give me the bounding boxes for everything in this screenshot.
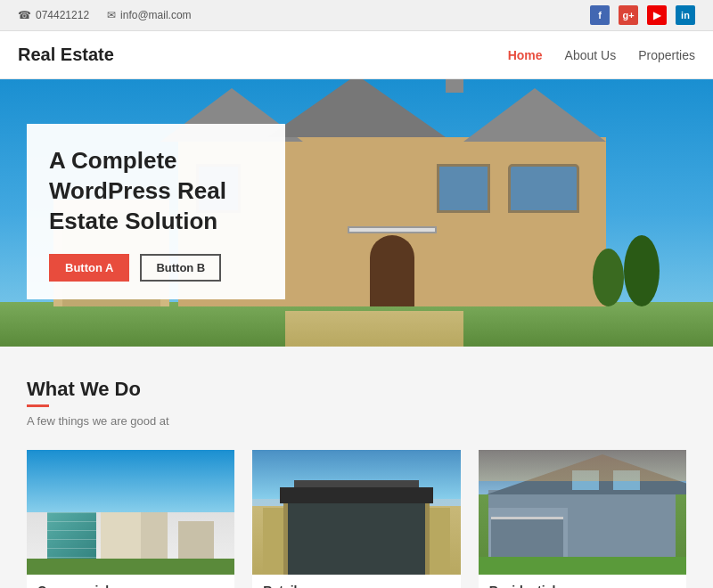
hero-driveway xyxy=(285,311,463,347)
house-window-2 xyxy=(508,164,579,213)
commercial-label: Commercial xyxy=(27,575,234,588)
nav-about[interactable]: About Us xyxy=(565,48,617,62)
house-roof-right xyxy=(463,88,606,142)
email-icon: ✉ xyxy=(107,9,116,21)
property-cards: Commercial Retail xyxy=(27,450,686,588)
phone-number: 074421212 xyxy=(36,9,89,21)
house-chimney xyxy=(446,79,463,93)
retail-image xyxy=(252,450,460,575)
tree-right-1 xyxy=(624,235,660,306)
what-we-do-section: What We Do A few things we are good at C… xyxy=(0,347,713,588)
hero-section: A Complete WordPress Real Estate Solutio… xyxy=(0,79,713,347)
retail-card: Retail xyxy=(252,450,460,588)
email-item: ✉ info@mail.com xyxy=(107,9,192,21)
phone-item: ☎ 074421212 xyxy=(18,9,89,21)
house-door xyxy=(370,235,414,306)
house-window-3 xyxy=(437,164,490,213)
phone-icon: ☎ xyxy=(18,9,31,21)
top-bar: ☎ 074421212 ✉ info@mail.com f g+ ▶ in xyxy=(0,0,713,31)
hero-button-b[interactable]: Button B xyxy=(140,254,221,282)
section-underline xyxy=(27,404,49,407)
tree-right-2 xyxy=(593,249,624,306)
hero-overlay: A Complete WordPress Real Estate Solutio… xyxy=(27,124,285,299)
main-nav: Home About Us Properties xyxy=(508,48,695,62)
section-subtitle: A few things we are good at xyxy=(27,414,686,428)
commercial-card: Commercial xyxy=(27,450,234,588)
facebook-icon[interactable]: f xyxy=(590,5,610,25)
email-address: info@mail.com xyxy=(120,9,192,21)
section-title: What We Do xyxy=(27,378,686,401)
header: Real Estate Home About Us Properties xyxy=(0,31,713,79)
house-balcony xyxy=(348,226,437,233)
social-icons: f g+ ▶ in xyxy=(590,5,695,25)
site-logo: Real Estate xyxy=(18,45,114,65)
google-plus-icon[interactable]: g+ xyxy=(619,5,638,25)
linkedin-icon[interactable]: in xyxy=(676,5,695,25)
top-bar-left: ☎ 074421212 ✉ info@mail.com xyxy=(18,9,192,21)
nav-home[interactable]: Home xyxy=(508,48,543,62)
residential-label: Residential xyxy=(479,575,686,588)
hero-buttons: Button A Button B xyxy=(49,254,258,282)
nav-properties[interactable]: Properties xyxy=(638,48,695,62)
youtube-icon[interactable]: ▶ xyxy=(647,5,667,25)
hero-title: A Complete WordPress Real Estate Solutio… xyxy=(49,146,258,236)
residential-card: Residential xyxy=(479,450,686,588)
residential-image xyxy=(479,450,686,575)
commercial-image xyxy=(27,450,234,575)
retail-label: Retail xyxy=(252,575,460,588)
house-roof-center xyxy=(267,79,446,137)
hero-button-a[interactable]: Button A xyxy=(49,254,129,282)
